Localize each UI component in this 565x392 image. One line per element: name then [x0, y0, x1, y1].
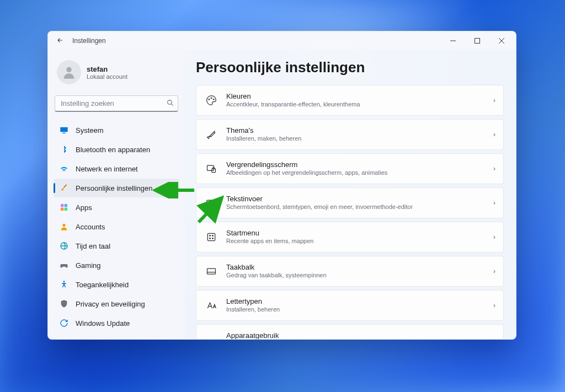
profile-name: stefan — [87, 65, 127, 73]
chevron-right-icon: › — [493, 199, 495, 207]
sidebar-item-label: Privacy en beveiliging — [76, 300, 145, 308]
person-icon — [59, 222, 69, 232]
card-sub: Gedrag van taakbalk, systeempinnen — [226, 271, 493, 279]
window-title: Instellingen — [72, 37, 106, 45]
card-themes[interactable]: Thema's Installeren, maken, beheren › — [196, 119, 504, 150]
search-input[interactable] — [55, 95, 178, 112]
gamepad-icon — [59, 260, 69, 270]
card-deviceusage[interactable]: Apparaatgebruik Selecteer alle manieren … — [196, 324, 504, 339]
window-body: stefan Lokaal account Systeem Bluetooth … — [48, 50, 516, 339]
card-title: Startmenu — [226, 229, 493, 237]
sidebar-item-bluetooth[interactable]: Bluetooth en apparaten — [54, 140, 179, 159]
paintbrush-icon — [59, 183, 69, 193]
sidebar-item-system[interactable]: Systeem — [54, 121, 179, 139]
settings-window: Instellingen stefan Lokaal account — [47, 31, 516, 340]
svg-rect-18 — [207, 233, 215, 240]
lockscreen-icon — [204, 163, 218, 174]
start-icon — [204, 232, 218, 243]
card-title: Tekstinvoer — [226, 195, 493, 203]
sidebar-item-label: Systeem — [76, 126, 104, 135]
sidebar-item-label: Persoonlijke instellingen — [76, 184, 152, 192]
sidebar-item-network[interactable]: Netwerk en internet — [54, 159, 179, 178]
svg-rect-0 — [475, 39, 480, 44]
svg-rect-23 — [207, 269, 216, 274]
svg-point-14 — [213, 99, 214, 100]
sidebar-item-label: Tijd en taal — [76, 242, 110, 250]
svg-rect-7 — [61, 208, 63, 211]
sidebar-item-label: Accounts — [76, 223, 105, 231]
back-button[interactable] — [55, 36, 66, 46]
chevron-right-icon: › — [493, 96, 495, 104]
sidebar-item-label: Windows Update — [76, 319, 130, 327]
svg-rect-4 — [62, 133, 65, 133]
page-title: Persoonlijke instellingen — [196, 59, 504, 76]
card-title: Lettertypen — [226, 297, 493, 305]
svg-point-2 — [168, 100, 172, 105]
sidebar-item-accounts[interactable]: Accounts — [54, 217, 179, 236]
window-controls — [441, 31, 514, 50]
card-sub: Afbeeldingen op het vergrendelingsscherm… — [226, 169, 493, 176]
card-colors[interactable]: Kleuren Accentkleur, transparantie-effec… — [196, 85, 504, 116]
sidebar-item-time[interactable]: Tijd en taal — [54, 237, 179, 255]
sidebar-item-label: Bluetooth en apparaten — [76, 146, 150, 154]
minimize-button[interactable] — [441, 31, 465, 50]
shield-icon — [59, 299, 69, 309]
apps-icon — [59, 202, 69, 212]
device-check-icon — [204, 338, 218, 339]
close-button[interactable] — [489, 31, 514, 50]
sidebar-item-personalization[interactable]: Persoonlijke instellingen — [54, 179, 179, 197]
main-content: Persoonlijke instellingen Kleuren Accent… — [185, 50, 516, 339]
svg-point-12 — [209, 99, 210, 100]
card-title: Apparaatgebruik — [226, 331, 493, 339]
sidebar-item-accessibility[interactable]: Toegankelijkheid — [54, 275, 179, 294]
chevron-right-icon: › — [493, 302, 495, 309]
card-start[interactable]: Startmenu Recente apps en items, mappen … — [196, 222, 504, 253]
avatar — [57, 60, 81, 84]
card-sub: Installeren, beheren — [226, 305, 493, 313]
sidebar-item-apps[interactable]: Apps — [54, 198, 179, 217]
card-sub: Installeren, maken, beheren — [226, 135, 493, 142]
svg-rect-17 — [207, 200, 216, 206]
profile[interactable]: stefan Lokaal account — [54, 56, 179, 92]
search-icon — [167, 99, 174, 108]
bluetooth-icon — [59, 144, 69, 154]
fonts-icon — [204, 300, 218, 311]
nav-list: Systeem Bluetooth en apparaten Netwerk e… — [54, 121, 179, 332]
svg-point-20 — [212, 235, 214, 237]
profile-sub: Lokaal account — [87, 73, 127, 80]
sidebar-item-label: Gaming — [76, 261, 101, 270]
card-lockscreen[interactable]: Vergrendelingsscherm Afbeeldingen op het… — [196, 153, 504, 184]
svg-rect-3 — [60, 127, 67, 132]
sidebar: stefan Lokaal account Systeem Bluetooth … — [48, 50, 185, 339]
svg-point-13 — [211, 98, 212, 99]
svg-point-21 — [210, 238, 211, 239]
svg-point-11 — [63, 281, 65, 282]
card-textinput[interactable]: Tekstinvoer Schermtoetsenbord, stemtypen… — [196, 187, 504, 218]
chevron-right-icon: › — [493, 165, 495, 173]
profile-text: stefan Lokaal account — [87, 65, 127, 80]
card-title: Thema's — [226, 126, 493, 135]
monitor-icon — [59, 125, 69, 135]
chevron-right-icon: › — [493, 267, 495, 275]
brush-icon — [204, 129, 218, 140]
card-fonts[interactable]: Lettertypen Installeren, beheren › — [196, 290, 504, 321]
maximize-button[interactable] — [465, 31, 489, 50]
palette-icon — [204, 95, 218, 106]
sidebar-item-label: Apps — [76, 203, 92, 212]
card-sub: Recente apps en items, mappen — [226, 237, 493, 245]
card-sub: Schermtoetsenbord, stemtypen, emoji en m… — [226, 203, 493, 211]
wifi-icon — [59, 164, 69, 174]
sidebar-item-privacy[interactable]: Privacy en beveiliging — [54, 294, 179, 313]
search-container — [55, 95, 178, 112]
svg-point-9 — [62, 224, 65, 227]
svg-point-22 — [212, 238, 214, 239]
svg-rect-6 — [65, 204, 67, 207]
accessibility-icon — [59, 280, 69, 289]
taskbar-icon — [204, 266, 218, 277]
card-taskbar[interactable]: Taakbalk Gedrag van taakbalk, systeempin… — [196, 256, 504, 287]
chevron-right-icon: › — [493, 131, 495, 138]
sidebar-item-update[interactable]: Windows Update — [54, 314, 179, 332]
sidebar-item-label: Toegankelijkheid — [76, 281, 129, 289]
svg-point-1 — [66, 67, 71, 72]
sidebar-item-gaming[interactable]: Gaming — [54, 256, 179, 275]
